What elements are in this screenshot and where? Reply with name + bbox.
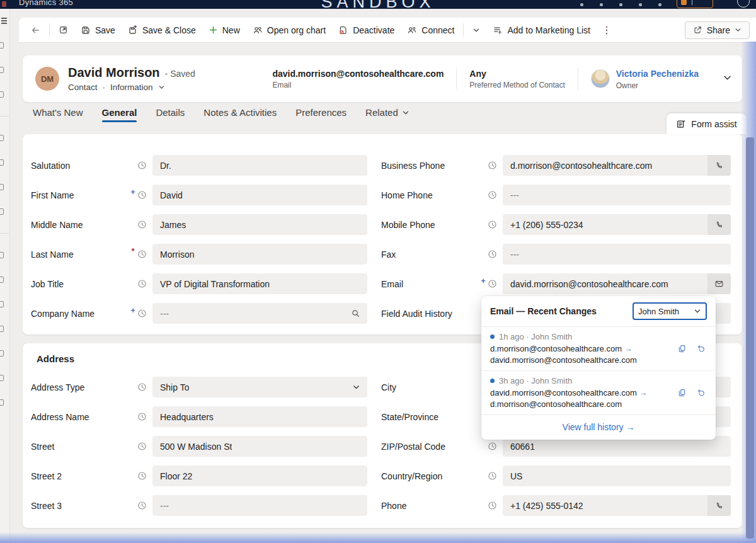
company-name-lookup[interactable]: --- xyxy=(152,303,367,324)
mobile-phone-input[interactable]: +1 (206) 555-0234 xyxy=(503,214,731,235)
field-history-icon[interactable] xyxy=(487,500,498,511)
revert-button[interactable] xyxy=(696,344,706,353)
nav-rail-item[interactable] xyxy=(0,350,4,357)
field-history-icon[interactable] xyxy=(137,382,148,392)
view-full-history-link[interactable]: View full history → xyxy=(481,414,716,440)
field-history-icon[interactable] xyxy=(487,160,498,171)
share-button[interactable]: Share xyxy=(685,21,750,39)
street-3-input[interactable]: --- xyxy=(152,495,367,516)
open-org-chart-button[interactable]: Open org chart xyxy=(246,21,332,39)
popout-button[interactable] xyxy=(52,21,74,38)
tab-related[interactable]: Related xyxy=(365,107,410,125)
field-label: ZIP/Postal Code xyxy=(381,442,479,452)
nav-rail-item[interactable] xyxy=(0,399,4,406)
field-history-icon[interactable] xyxy=(137,278,148,289)
vertical-scrollbar[interactable] xyxy=(746,137,754,539)
save-and-close-button[interactable]: Save & Close xyxy=(122,21,202,39)
search-icon[interactable] xyxy=(351,303,360,324)
field-history-icon[interactable] xyxy=(487,471,498,481)
email-input[interactable]: david.morrison@contosohealthcare.com xyxy=(503,273,731,294)
revert-button[interactable] xyxy=(696,388,706,397)
nav-rail-item[interactable] xyxy=(0,277,4,283)
last-name-input[interactable]: Morrison xyxy=(152,244,367,265)
field-history-icon[interactable] xyxy=(137,441,148,452)
add-to-marketing-list-button[interactable]: Add to Marketing List xyxy=(486,21,597,39)
copy-button[interactable] xyxy=(677,344,687,353)
bell-icon[interactable] xyxy=(658,3,662,6)
tab-whats-new[interactable]: What's New xyxy=(33,107,83,125)
chevron-down-icon[interactable] xyxy=(352,377,360,397)
field-history-icon[interactable] xyxy=(137,308,148,319)
field-history-icon[interactable] xyxy=(487,441,498,452)
pinned-icon[interactable] xyxy=(0,91,4,98)
form-selector[interactable]: Information xyxy=(110,83,153,92)
menu-icon[interactable] xyxy=(1,18,7,24)
field-history-icon[interactable] xyxy=(137,411,148,422)
collapse-header-button[interactable] xyxy=(723,73,732,85)
address-type-select[interactable]: Ship To xyxy=(152,377,367,397)
field-history-icon[interactable] xyxy=(137,190,148,200)
nav-rail-item[interactable] xyxy=(0,159,4,166)
connect-button[interactable]: Connect xyxy=(401,21,461,39)
street-2-input[interactable]: Floor 22 xyxy=(152,466,367,486)
nav-rail-item[interactable] xyxy=(0,375,4,381)
call-phone-button[interactable] xyxy=(707,495,731,516)
call-phone-button[interactable] xyxy=(707,214,731,235)
field-history-icon[interactable] xyxy=(487,190,498,200)
field-history-icon[interactable] xyxy=(137,160,148,171)
business-phone-input[interactable]: d.morrison@contosohealthcare.com xyxy=(503,155,731,176)
nav-rail-item[interactable] xyxy=(0,326,4,332)
street-input[interactable]: 500 W Madison St xyxy=(152,436,367,457)
field-history-icon[interactable] xyxy=(487,219,498,230)
more-commands-button[interactable]: ⋮ xyxy=(597,21,617,38)
address-phone-input[interactable]: +1 (425) 555-0142 xyxy=(503,495,731,516)
first-name-input[interactable]: David xyxy=(152,185,367,205)
back-button[interactable] xyxy=(24,21,47,39)
field-history-icon[interactable] xyxy=(137,219,148,230)
connect-dropdown-button[interactable] xyxy=(466,23,486,38)
header-preferred-method-field[interactable]: Any Preferred Method of Contact xyxy=(456,69,577,89)
record-name: David Morrison xyxy=(68,66,160,80)
nav-rail-item[interactable] xyxy=(0,209,4,215)
waffle-icon[interactable] xyxy=(2,1,6,7)
trial-badge[interactable] xyxy=(677,0,713,8)
job-title-input[interactable]: VP of Digital Transformation xyxy=(152,273,367,294)
nav-rail-item[interactable] xyxy=(0,252,4,258)
call-phone-button[interactable] xyxy=(707,155,731,176)
lightbulb-icon[interactable] xyxy=(580,3,583,6)
home-phone-input[interactable]: --- xyxy=(503,185,731,205)
header-email-field[interactable]: david.morrison@contosohealthcare.com Ema… xyxy=(260,69,456,89)
save-button[interactable]: Save xyxy=(74,21,122,39)
owner-name-link[interactable]: Victoria Pechenizka xyxy=(616,69,699,79)
deactivate-button[interactable]: Deactivate xyxy=(332,21,401,39)
field-history-icon[interactable] xyxy=(137,471,148,481)
country-region-input[interactable]: US xyxy=(503,466,731,486)
recent-icon[interactable] xyxy=(0,67,4,73)
fax-input[interactable]: --- xyxy=(503,244,731,265)
new-button[interactable]: New xyxy=(202,21,246,39)
nav-rail-item[interactable] xyxy=(0,301,4,307)
tab-general[interactable]: General xyxy=(102,107,137,125)
address-name-input[interactable]: Headquarters xyxy=(152,406,367,427)
tab-preferences[interactable]: Preferences xyxy=(295,107,346,125)
send-email-button[interactable] xyxy=(707,273,731,294)
field-history-icon[interactable] xyxy=(137,249,148,260)
salutation-input[interactable]: Dr. xyxy=(152,155,367,176)
field-history-icon[interactable] xyxy=(487,249,498,260)
user-filter-dropdown[interactable]: John Smith xyxy=(633,302,707,320)
tab-notes-activities[interactable]: Notes & Activities xyxy=(203,107,277,125)
home-icon[interactable] xyxy=(0,42,4,49)
middle-name-input[interactable]: James xyxy=(152,214,367,235)
form-assist-button[interactable]: Form assist xyxy=(667,113,747,134)
help-icon[interactable] xyxy=(639,3,642,6)
field-history-icon[interactable] xyxy=(137,500,148,511)
nav-rail-item[interactable] xyxy=(0,135,4,141)
header-owner-field[interactable]: Victoria Pechenizka Owner xyxy=(578,68,711,90)
tab-details[interactable]: Details xyxy=(156,107,185,125)
filter-icon[interactable] xyxy=(600,3,603,6)
field-history-icon[interactable] xyxy=(487,278,498,289)
gear-icon[interactable] xyxy=(619,3,622,6)
account-avatar[interactable] xyxy=(737,0,750,8)
nav-rail-item[interactable] xyxy=(0,184,4,190)
copy-button[interactable] xyxy=(677,388,687,397)
